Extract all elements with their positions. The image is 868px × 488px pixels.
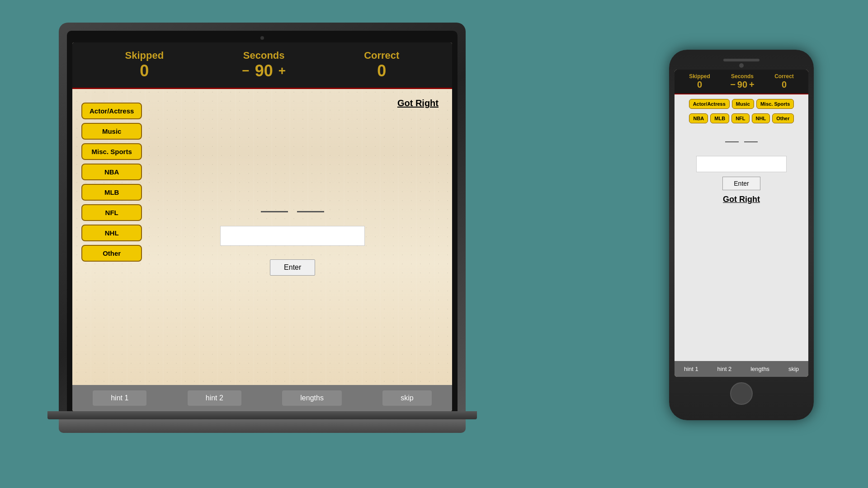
phone-seconds-section: Seconds − 90 + [730,73,755,90]
seconds-minus-button[interactable]: − [242,64,249,78]
phone-hint-bar: hint 1 hint 2 lengths skip [675,361,808,377]
laptop-skipped-label: Skipped [125,50,164,61]
phone-lengths-button[interactable]: lengths [750,366,769,372]
phone-dash-2 [744,141,758,142]
phone-camera [739,63,744,68]
laptop-skipped-section: Skipped 0 [125,50,164,80]
phone-skip-button[interactable]: skip [788,366,799,372]
laptop-skipped-value: 0 [125,61,164,80]
phone-screen: Skipped 0 Seconds − 90 + Correct 0 [675,70,808,377]
phone-correct-value: 0 [774,80,794,90]
cat-btn-actor[interactable]: Actor/Actress [81,103,142,119]
laptop-bezel: Skipped 0 Seconds − 90 + Cor [67,31,458,411]
laptop-body: Skipped 0 Seconds − 90 + Cor [59,23,466,411]
phone-cat-music[interactable]: Music [732,99,754,109]
phone-cats-row1: Actor/Actress Music Misc. Sports [689,99,794,109]
cat-btn-other[interactable]: Other [81,245,142,262]
phone-seconds-value: − 90 + [730,80,755,90]
cat-btn-mlb[interactable]: MLB [81,184,142,201]
laptop-header: Skipped 0 Seconds − 90 + Cor [72,42,452,89]
phone-hint2-button[interactable]: hint 2 [717,366,732,372]
phone-game-app: Skipped 0 Seconds − 90 + Correct 0 [675,70,808,377]
phone-cat-other[interactable]: Other [772,113,793,123]
seconds-plus-button[interactable]: + [278,64,286,78]
laptop-game-app: Skipped 0 Seconds − 90 + Cor [72,42,452,411]
laptop-category-buttons: Actor/Actress Music Misc. Sports NBA MLB… [81,98,142,376]
laptop-hint-bar: hint 1 hint 2 lengths skip [72,385,452,411]
phone-hint1-button[interactable]: hint 1 [684,366,698,372]
phone-cat-nba[interactable]: NBA [689,113,708,123]
laptop-seconds-value: − 90 + [242,61,286,80]
phone-cat-misc[interactable]: Misc. Sports [756,99,794,109]
laptop-main-area: Got Right Enter [142,98,443,376]
phone-skipped-section: Skipped 0 [689,73,710,90]
laptop-correct-label: Correct [364,50,399,61]
laptop-got-right-link[interactable]: Got Right [397,98,439,108]
cat-btn-nhl[interactable]: NHL [81,225,142,241]
phone-speaker [723,59,760,61]
laptop-word-display [261,198,324,212]
phone-seconds-minus: − [730,80,736,90]
phone-skipped-value: 0 [689,80,710,90]
phone-cat-nhl[interactable]: NHL [752,113,770,123]
laptop-skip-button[interactable]: skip [382,390,431,406]
phone-enter-button[interactable]: Enter [722,177,760,190]
phone-home-button[interactable] [730,382,753,405]
cat-btn-nba[interactable]: NBA [81,164,142,180]
laptop-game-content: Actor/Actress Music Misc. Sports NBA MLB… [72,89,452,385]
laptop-base [47,411,477,419]
laptop-answer-input[interactable] [220,226,365,246]
phone-seconds-number: 90 [737,80,747,90]
laptop-screen: Skipped 0 Seconds − 90 + Cor [72,42,452,411]
laptop-bottom [59,419,466,433]
phone-correct-section: Correct 0 [774,73,794,90]
laptop-lengths-button[interactable]: lengths [282,390,342,406]
word-dash-1 [261,211,288,212]
phone-device: Skipped 0 Seconds − 90 + Correct 0 [669,50,814,420]
laptop-seconds-section: Seconds − 90 + [242,50,286,80]
word-dash-2 [297,211,324,212]
laptop-enter-button[interactable]: Enter [270,259,315,276]
cat-btn-nfl[interactable]: NFL [81,204,142,221]
laptop-correct-section: Correct 0 [364,50,399,80]
phone-cats-row2: NBA MLB NFL NHL Other [689,113,793,123]
cat-btn-music[interactable]: Music [81,123,142,140]
phone-seconds-plus: + [749,80,755,90]
laptop-correct-value: 0 [364,61,399,80]
laptop-hint2-button[interactable]: hint 2 [188,390,241,406]
phone-content: Actor/Actress Music Misc. Sports NBA MLB… [675,94,808,361]
phone-answer-input[interactable] [696,156,787,172]
laptop-seconds-label: Seconds [242,50,286,61]
laptop-seconds-number: 90 [255,61,273,80]
phone-word-display [725,137,758,142]
laptop-device: Skipped 0 Seconds − 90 + Cor [59,23,466,456]
phone-skipped-label: Skipped [689,73,710,80]
laptop-camera [260,36,264,40]
phone-dash-1 [725,141,739,142]
phone-header: Skipped 0 Seconds − 90 + Correct 0 [675,70,808,94]
phone-cat-actor[interactable]: Actor/Actress [689,99,730,109]
cat-btn-misc-sports[interactable]: Misc. Sports [81,143,142,160]
phone-seconds-label: Seconds [730,73,755,80]
phone-got-right-link[interactable]: Got Right [723,195,760,204]
laptop-hint1-button[interactable]: hint 1 [93,390,146,406]
phone-cat-mlb[interactable]: MLB [710,113,729,123]
phone-body: Skipped 0 Seconds − 90 + Correct 0 [669,50,814,420]
phone-correct-label: Correct [774,73,794,80]
phone-cat-nfl[interactable]: NFL [731,113,749,123]
